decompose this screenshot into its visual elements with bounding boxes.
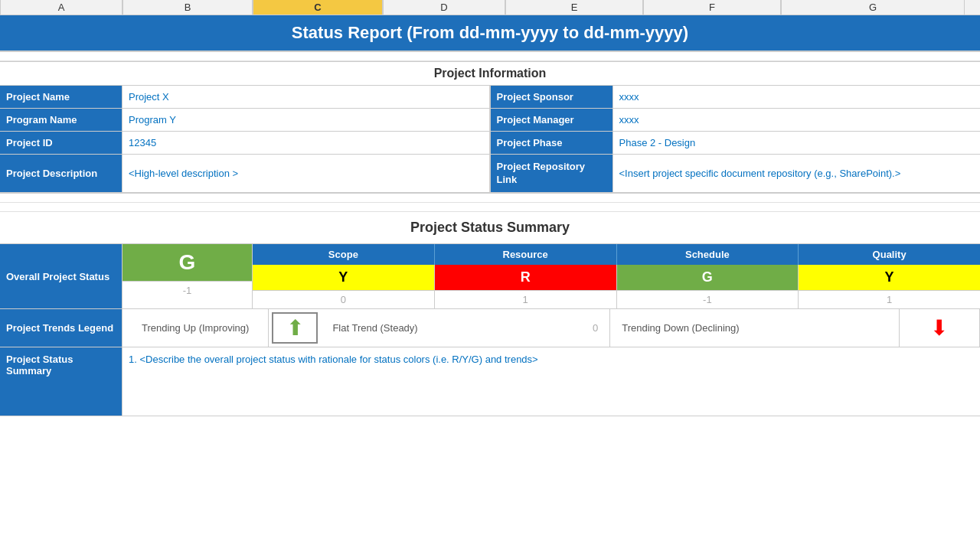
overall-status-num: -1 (122, 281, 252, 299)
project-id-label: Project ID (0, 132, 122, 154)
indicator-resource-num: 1 (435, 291, 617, 308)
indicator-resource-value[interactable]: R (435, 265, 617, 290)
indicator-scope-header: Scope (253, 244, 435, 265)
program-name-value[interactable]: Program Y (122, 109, 490, 131)
indicator-resource-header: Resource (435, 244, 617, 265)
trending-down-item: Trending Down (Declining) (610, 309, 900, 347)
indicator-schedule-value[interactable]: G (617, 265, 799, 290)
program-name-row: Program Name Program Y (0, 109, 490, 132)
status-summary-section: Project Status Summary Overall Project S… (0, 212, 980, 416)
project-sponsor-label: Project Sponsor (491, 86, 613, 108)
col-g[interactable]: G (781, 0, 965, 15)
project-info-right: Project Sponsor xxxx Project Manager xxx… (490, 86, 981, 193)
indicator-scope-value[interactable]: Y (253, 265, 435, 290)
project-name-value[interactable]: Project X (122, 86, 490, 108)
project-desc-label: Project Description (0, 155, 122, 192)
summary-main-row: Overall Project Status G -1 Scope Resour… (0, 244, 980, 309)
status-text-row: Project Status Summary 1. <Describe the … (0, 347, 980, 416)
column-headers: A B C D E F G (0, 0, 980, 15)
project-repo-value[interactable]: <Insert project specific document reposi… (613, 155, 981, 192)
overall-project-status-label: Overall Project Status (0, 244, 122, 308)
project-phase-label: Project Phase (491, 132, 613, 154)
flat-trend-num: 0 (593, 322, 598, 334)
trending-down-arrow-icon: ⬇ (930, 315, 948, 341)
spacer-2 (0, 194, 980, 203)
project-manager-label: Project Manager (491, 109, 613, 131)
project-info-left: Project Name Project X Program Name Prog… (0, 86, 490, 193)
project-repo-row: Project Repository Link <Insert project … (491, 155, 981, 193)
trending-up-arrow-icon: ⬆ (286, 315, 304, 341)
trending-up-text: Trending Up (Improving) (130, 322, 260, 334)
project-desc-row: Project Description <High-level descript… (0, 155, 490, 193)
trends-legend-row: Project Trends Legend Trending Up (Impro… (0, 309, 980, 347)
indicator-schedule-header: Schedule (617, 244, 799, 265)
col-b[interactable]: B (122, 0, 253, 15)
indicator-nums-row: 0 1 -1 1 (253, 290, 980, 308)
status-summary-header: Project Status Summary (0, 212, 980, 244)
spacer-3 (0, 203, 980, 212)
indicator-quality-header: Quality (799, 244, 980, 265)
col-f[interactable]: F (643, 0, 781, 15)
status-text-value[interactable]: 1. <Describe the overall project status … (122, 347, 980, 416)
col-d[interactable]: D (383, 0, 505, 15)
project-manager-row: Project Manager xxxx (491, 109, 981, 132)
project-repo-label: Project Repository Link (491, 155, 613, 192)
indicator-scope-num: 0 (253, 291, 435, 308)
flat-trend-item: Flat Trend (Steady) 0 (321, 309, 610, 347)
indicator-quality-value[interactable]: Y (799, 265, 980, 290)
project-sponsor-value[interactable]: xxxx (613, 86, 981, 108)
project-phase-row: Project Phase Phase 2 - Design (491, 132, 981, 155)
project-info-table: Project Name Project X Program Name Prog… (0, 86, 980, 194)
col-e[interactable]: E (505, 0, 643, 15)
trends-legend-label: Project Trends Legend (0, 309, 122, 347)
trending-up-arrow-box: ⬆ (272, 312, 318, 344)
project-sponsor-row: Project Sponsor xxxx (491, 86, 981, 109)
indicator-values-row: Y R G Y (253, 265, 980, 290)
flat-trend-text: Flat Trend (Steady) (332, 322, 417, 334)
col-a[interactable]: A (0, 0, 122, 15)
indicator-schedule-num: -1 (617, 291, 799, 308)
project-info-header: Project Information (0, 61, 980, 86)
project-phase-value[interactable]: Phase 2 - Design (613, 132, 981, 154)
trending-down-text: Trending Down (Declining) (622, 322, 739, 334)
trending-down-arrow-area: ⬇ (900, 309, 980, 347)
project-manager-value[interactable]: xxxx (613, 109, 981, 131)
col-c[interactable]: C (253, 0, 383, 15)
overall-status-value[interactable]: G (122, 244, 252, 281)
program-name-label: Program Name (0, 109, 122, 131)
overall-status-cell: G -1 (122, 244, 253, 308)
indicators-area: Scope Resource Schedule Quality Y R G Y … (253, 244, 980, 308)
report-title: Status Report (From dd-mm-yyyy to dd-mm-… (0, 15, 980, 52)
indicator-quality-num: 1 (799, 291, 980, 308)
project-id-value[interactable]: 12345 (122, 132, 490, 154)
trending-up-item: Trending Up (Improving) (122, 309, 269, 347)
spreadsheet: A B C D E F G Status Report (From dd-mm-… (0, 0, 980, 416)
spacer-1 (0, 52, 980, 61)
project-id-row: Project ID 12345 (0, 132, 490, 155)
status-text-label: Project Status Summary (0, 347, 122, 416)
project-name-label: Project Name (0, 86, 122, 108)
project-desc-value[interactable]: <High-level description > (122, 155, 490, 192)
project-name-row: Project Name Project X (0, 86, 490, 109)
indicator-headers-row: Scope Resource Schedule Quality (253, 244, 980, 265)
